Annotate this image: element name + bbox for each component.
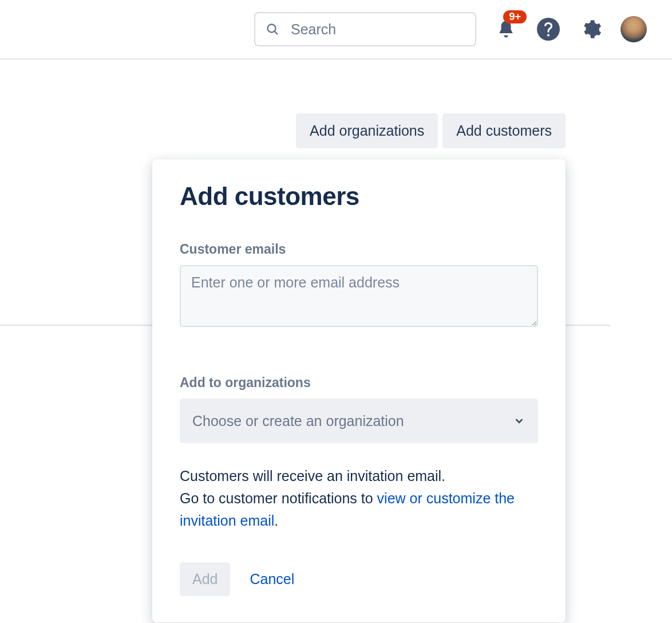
top-bar: 9+ [0, 0, 672, 60]
avatar[interactable] [620, 16, 647, 42]
add-customers-modal: Add customers Customer emails Add to org… [152, 159, 566, 622]
action-buttons-row: Add organizations Add customers [296, 113, 566, 148]
organizations-section: Add to organizations Choose or create an… [180, 375, 538, 443]
organization-select[interactable]: Choose or create an organization [180, 399, 538, 443]
search-input[interactable] [254, 12, 476, 46]
customer-emails-input[interactable] [180, 265, 538, 327]
svg-point-0 [268, 25, 276, 33]
add-button[interactable]: Add [180, 562, 230, 596]
info-text: Customers will receive an invitation ema… [180, 465, 538, 531]
notifications-button[interactable]: 9+ [493, 17, 519, 42]
settings-button[interactable] [578, 17, 603, 42]
help-icon [537, 18, 560, 41]
modal-title: Add customers [180, 182, 538, 211]
organization-select-placeholder: Choose or create an organization [192, 413, 513, 429]
chevron-down-icon [513, 415, 525, 427]
organizations-label: Add to organizations [180, 375, 538, 391]
svg-line-1 [275, 31, 278, 34]
cancel-button[interactable]: Cancel [250, 571, 294, 587]
add-customers-button[interactable]: Add customers [442, 113, 566, 148]
notification-badge: 9+ [503, 10, 527, 23]
info-line-2-prefix: Go to customer notifications to [180, 490, 377, 506]
add-organizations-button[interactable]: Add organizations [296, 113, 438, 148]
customer-emails-label: Customer emails [180, 242, 538, 257]
info-period: . [274, 512, 278, 529]
help-button[interactable] [536, 17, 561, 42]
search-container [254, 12, 476, 46]
info-line-1: Customers will receive an invitation ema… [180, 468, 445, 484]
search-icon [266, 22, 279, 36]
gear-icon [580, 18, 602, 40]
modal-footer: Add Cancel [180, 562, 538, 596]
